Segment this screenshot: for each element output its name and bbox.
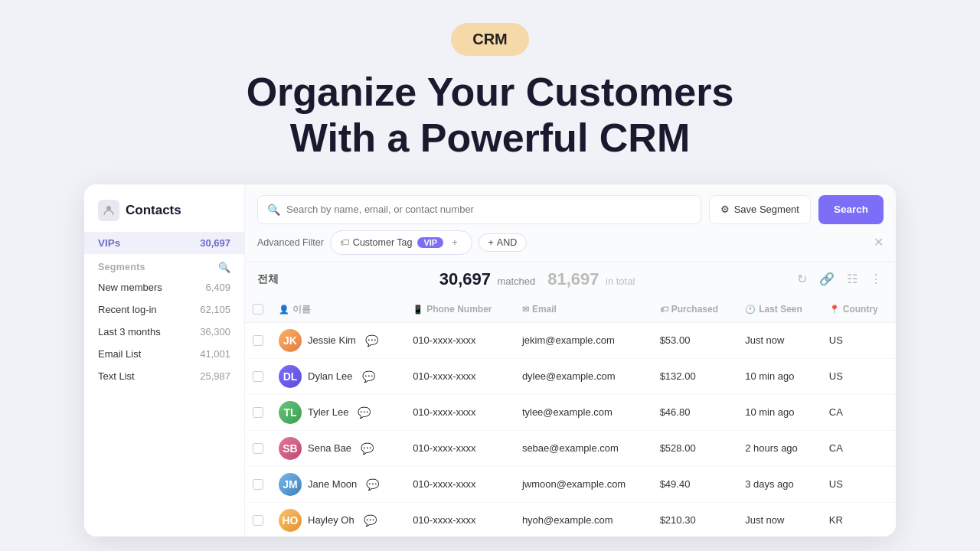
chat-icon[interactable]: 💬 — [358, 406, 371, 419]
email-cell: tylee@example.com — [514, 394, 652, 430]
country-cell: US — [822, 466, 896, 502]
purchased-cell: $53.00 — [652, 322, 738, 358]
purchased-cell: $132.00 — [652, 358, 738, 394]
lastseen-cell: 3 days ago — [737, 466, 822, 502]
avatar: SB — [279, 437, 302, 460]
avatar-cell: SB Sena Bae 💬 — [279, 437, 397, 460]
row-checkbox[interactable] — [253, 335, 263, 346]
sidebar-item[interactable]: Recent log-in62,105 — [84, 298, 244, 321]
table-body: JK Jessie Kim 💬 010-xxxx-xxxx jekim@exam… — [245, 322, 896, 536]
sidebar-item[interactable]: Text List25,987 — [84, 365, 244, 387]
hero-section: CRM Organize Your Customers With a Power… — [0, 0, 980, 177]
country-cell: US — [822, 322, 896, 358]
table-row[interactable]: JM Jane Moon 💬 010-xxxx-xxxx jwmoon@exam… — [245, 466, 896, 502]
purchased-cell: $528.00 — [652, 430, 738, 466]
chat-icon[interactable]: 💬 — [362, 370, 375, 383]
avatar-cell: TL Tyler Lee 💬 — [279, 401, 397, 424]
sidebar-item[interactable]: Email List41,001 — [84, 343, 244, 365]
email-cell: dylee@example.com — [514, 358, 652, 394]
search-input-wrap[interactable]: 🔍 — [257, 195, 701, 224]
total-count: 81,697 — [547, 269, 599, 289]
avatar-cell: HO Hayley Oh 💬 — [279, 509, 397, 532]
row-checkbox[interactable] — [253, 443, 263, 454]
purchased-cell: $49.40 — [652, 466, 738, 502]
sidebar-item-vips[interactable]: VIPs 30,697 — [84, 232, 244, 254]
table-row[interactable]: TL Tyler Lee 💬 010-xxxx-xxxx tylee@examp… — [245, 394, 896, 430]
sidebar-title: Contacts — [126, 203, 181, 218]
chat-icon[interactable]: 💬 — [364, 514, 377, 527]
table-row[interactable]: HO Hayley Oh 💬 010-xxxx-xxxx hyoh@exampl… — [245, 502, 896, 536]
matched-count: 30,697 — [439, 269, 491, 289]
table-header: 👤이름 📱Phone Number ✉Email 🏷Purchased 🕐Las… — [245, 297, 896, 323]
save-segment-button[interactable]: ⚙ Save Segment — [709, 195, 811, 224]
filter-add-button[interactable]: + — [447, 234, 462, 251]
and-button[interactable]: + AND — [479, 233, 528, 252]
email-cell: jekim@example.com — [514, 322, 652, 358]
table: 👤이름 📱Phone Number ✉Email 🏷Purchased 🕐Las… — [245, 297, 896, 536]
sidebar-item[interactable]: New members6,409 — [84, 276, 244, 298]
chat-icon[interactable]: 💬 — [365, 334, 378, 347]
stats-center: 30,697 matched 81,697 in total — [439, 269, 635, 289]
avatar-cell: JK Jessie Kim 💬 — [279, 329, 397, 352]
row-checkbox[interactable] — [253, 371, 263, 382]
sidebar-items-list: New members6,409Recent log-in62,105Last … — [84, 276, 244, 387]
purchased-cell: $210.30 — [652, 502, 738, 536]
table-row[interactable]: JK Jessie Kim 💬 010-xxxx-xxxx jekim@exam… — [245, 322, 896, 358]
row-checkbox[interactable] — [253, 515, 263, 526]
sidebar-header: Contacts — [84, 200, 244, 232]
sidebar: Contacts VIPs 30,697 Segments 🔍 New memb… — [84, 184, 245, 536]
and-plus-icon: + — [488, 237, 494, 248]
col-header-email: ✉Email — [514, 297, 652, 323]
table-row[interactable]: SB Sena Bae 💬 010-xxxx-xxxx sebae@exampl… — [245, 430, 896, 466]
row-checkbox[interactable] — [253, 479, 263, 490]
lastseen-cell: 2 hours ago — [737, 430, 822, 466]
save-segment-icon: ⚙ — [720, 204, 730, 215]
sidebar-search-icon[interactable]: 🔍 — [218, 262, 230, 273]
search-button[interactable]: Search — [818, 195, 884, 224]
vip-badge: VIP — [417, 237, 443, 248]
contact-name: Hayley Oh — [308, 514, 354, 526]
phone-cell: 010-xxxx-xxxx — [405, 466, 514, 502]
chat-icon[interactable]: 💬 — [361, 442, 374, 455]
section-label: 전체 — [257, 272, 279, 286]
country-cell: CA — [822, 394, 896, 430]
phone-cell: 010-xxxx-xxxx — [405, 358, 514, 394]
more-button[interactable]: ⋮ — [868, 270, 884, 288]
tag-icon: 🏷 — [340, 237, 349, 248]
vip-count: 30,697 — [200, 237, 230, 249]
col-header-phone: 📱Phone Number — [405, 297, 514, 323]
filter-tag-label: Customer Tag — [353, 237, 413, 248]
svg-point-0 — [106, 206, 111, 210]
avatar-cell: DL Dylan Lee 💬 — [279, 365, 397, 388]
crm-badge: CRM — [451, 23, 529, 56]
lastseen-cell: 10 min ago — [737, 394, 822, 430]
phone-cell: 010-xxxx-xxxx — [405, 502, 514, 536]
lastseen-cell: Just now — [737, 502, 822, 536]
phone-cell: 010-xxxx-xxxx — [405, 322, 514, 358]
row-checkbox[interactable] — [253, 407, 263, 418]
matched-label: matched — [497, 276, 535, 287]
contact-name: Sena Bae — [308, 442, 351, 454]
advanced-filter-label: Advanced Filter — [257, 237, 324, 248]
select-all-checkbox[interactable] — [253, 304, 263, 315]
contacts-table: 👤이름 📱Phone Number ✉Email 🏷Purchased 🕐Las… — [245, 297, 896, 536]
refresh-button[interactable]: ↻ — [795, 270, 808, 288]
contact-name: Dylan Lee — [308, 370, 353, 382]
search-bar: 🔍 ⚙ Save Segment Search — [245, 184, 896, 224]
phone-cell: 010-xxxx-xxxx — [405, 394, 514, 430]
chat-icon[interactable]: 💬 — [366, 478, 379, 491]
sidebar-item[interactable]: Last 3 months36,300 — [84, 321, 244, 343]
filter-icon-button[interactable]: ☷ — [845, 270, 859, 288]
country-cell: KR — [822, 502, 896, 536]
close-filter-button[interactable]: ✕ — [874, 235, 884, 249]
segments-label: Segments — [98, 262, 145, 272]
hero-title: Organize Your Customers With a Powerful … — [247, 70, 734, 161]
customer-tag-filter[interactable]: 🏷 Customer Tag VIP + — [330, 230, 472, 255]
table-row[interactable]: DL Dylan Lee 💬 010-xxxx-xxxx dylee@examp… — [245, 358, 896, 394]
crm-panel: Contacts VIPs 30,697 Segments 🔍 New memb… — [84, 184, 896, 536]
link-button[interactable]: 🔗 — [818, 270, 836, 288]
contact-name: Jessie Kim — [308, 334, 356, 346]
search-input[interactable] — [286, 204, 691, 215]
total-label: in total — [606, 276, 635, 287]
email-cell: sebae@example.com — [514, 430, 652, 466]
